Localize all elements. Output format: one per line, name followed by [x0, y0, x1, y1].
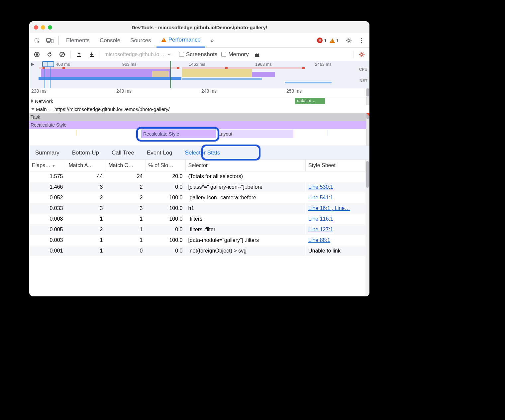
memory-toggle[interactable]: Memory [221, 51, 249, 58]
long-task-icon [366, 113, 369, 116]
tab-sources[interactable]: Sources [126, 33, 155, 48]
stylesheet-link[interactable]: Line 127:1 [308, 227, 333, 232]
svg-point-7 [361, 42, 362, 43]
capture-settings-icon[interactable] [357, 50, 366, 59]
stylesheet-link[interactable]: Line 88:1 [308, 237, 330, 243]
tab-call-tree[interactable]: Call Tree [109, 148, 137, 158]
tab-summary[interactable]: Summary [33, 148, 62, 158]
detail-row[interactable]: Recalculate Style Layout [29, 129, 369, 139]
collect-garbage-icon[interactable] [253, 50, 261, 59]
svg-point-5 [361, 38, 362, 39]
devtools-window: DevTools - microsoftedge.github.io/Demos… [29, 21, 369, 296]
range-handle-right[interactable] [50, 61, 50, 88]
col-pct[interactable]: % of Slo… [146, 160, 185, 171]
chevron-down-icon [31, 108, 35, 110]
col-selector[interactable]: Selector [185, 160, 306, 171]
stylesheet-link[interactable]: Line 116:1 [308, 216, 333, 222]
flame-chart[interactable]: 238 ms 243 ms 248 ms 253 ms Network data… [29, 88, 369, 146]
svg-point-4 [348, 40, 350, 42]
range-handle-left[interactable] [45, 61, 45, 88]
recalc-style-block[interactable]: Recalculate Style [142, 130, 216, 138]
table-row[interactable]: 0.005210.0.filters .filterLine 127:1 [29, 224, 365, 235]
svg-line-11 [60, 53, 64, 56]
details-tabs: Summary Bottom-Up Call Tree Event Log Se… [29, 146, 369, 160]
tab-console[interactable]: Console [95, 33, 125, 48]
tab-more[interactable]: » [206, 33, 218, 48]
window-title: DevTools - microsoftedge.github.io/Demos… [29, 25, 369, 30]
table-header-row: Elaps…▼ Match A… Match C… % of Slo… Sele… [29, 160, 365, 171]
network-chip[interactable]: data:im… [295, 98, 325, 104]
zoom-icon[interactable] [48, 25, 52, 30]
chevron-right-icon [31, 99, 34, 103]
time-ruler: 238 ms 243 ms 248 ms 253 ms [29, 88, 369, 97]
col-elapsed[interactable]: Elaps…▼ [29, 160, 66, 171]
svg-point-6 [361, 40, 362, 41]
warning-badge[interactable]: 1 [330, 33, 339, 48]
warning-icon [330, 38, 335, 43]
tab-bar: Elements Console Sources Performance » ✕… [29, 33, 369, 48]
svg-rect-1 [47, 39, 50, 42]
table-row[interactable]: 0.00811100.0.filtersLine 116:1 [29, 214, 365, 224]
download-icon[interactable] [87, 50, 96, 59]
close-icon[interactable] [34, 25, 38, 30]
record-icon[interactable] [33, 50, 41, 59]
chevron-down-icon [167, 53, 171, 55]
titlebar: DevTools - microsoftedge.github.io/Demos… [29, 21, 369, 33]
reload-icon[interactable] [45, 50, 54, 59]
stylesheet-link[interactable]: Line 16:1 , Line… [308, 205, 350, 211]
checkbox-icon [221, 52, 226, 57]
table-row[interactable]: 0.05222100.0.gallery-icon--camera::befor… [29, 192, 365, 203]
network-track[interactable]: Network data:im… [29, 97, 369, 105]
error-icon: ✕ [317, 38, 323, 43]
layout-block[interactable]: Layout [217, 130, 293, 138]
playhead[interactable] [170, 61, 171, 88]
stylesheet-link[interactable]: Line 541:1 [308, 195, 333, 200]
table-row[interactable]: 0.03333100.0h1Line 16:1 , Line… [29, 203, 365, 214]
scope-dropdown[interactable]: microsoftedge.github.io … [104, 52, 171, 57]
chevron-right-icon[interactable]: ▶ [31, 62, 34, 66]
stylesheet-link[interactable]: Line 530:1 [308, 184, 333, 190]
error-badge[interactable]: ✕ 1 [317, 33, 327, 48]
inspect-icon[interactable] [31, 33, 43, 48]
sort-desc-icon: ▼ [52, 164, 55, 168]
minimize-icon[interactable] [41, 25, 45, 30]
clear-icon[interactable] [58, 50, 66, 59]
task-row[interactable]: Task [29, 113, 369, 121]
col-stylesheet[interactable]: Style Sheet [306, 160, 365, 171]
main-track-header[interactable]: Main — https://microsoftedge.github.io/D… [29, 105, 369, 113]
svg-point-12 [361, 53, 363, 55]
col-match-count[interactable]: Match C… [106, 160, 146, 171]
kebab-icon[interactable] [355, 33, 367, 48]
col-match-attempts[interactable]: Match A… [66, 160, 106, 171]
tab-elements[interactable]: Elements [61, 33, 94, 48]
settings-icon[interactable] [343, 33, 355, 48]
table-row[interactable]: 0.00311100.0[data-module="gallery"] .fil… [29, 235, 365, 246]
svg-point-9 [36, 53, 38, 55]
selector-stats-table: Elaps…▼ Match A… Match C… % of Slo… Sele… [29, 160, 369, 296]
screenshots-toggle[interactable]: Screenshots [179, 51, 218, 58]
device-icon[interactable] [44, 33, 56, 48]
table-row[interactable]: 1.466320.0[class*=" gallery-icon--"]::be… [29, 182, 365, 192]
perf-toolbar: microsoftedge.github.io … Screenshots Me… [29, 48, 369, 61]
svg-rect-2 [47, 42, 50, 43]
traffic-lights [29, 25, 52, 30]
upload-icon[interactable] [75, 50, 83, 59]
svg-rect-3 [51, 39, 53, 43]
scrollbar-vertical[interactable] [365, 160, 369, 296]
table-row[interactable]: 1.575442420.0(Totals for all selectors) [29, 171, 365, 182]
tab-selector-stats[interactable]: Selector Stats [182, 148, 223, 158]
tab-event-log[interactable]: Event Log [144, 148, 175, 158]
table-row[interactable]: 0.001100.0:not(foreignObject) > svgUnabl… [29, 246, 365, 256]
tab-performance[interactable]: Performance [156, 33, 205, 48]
recalc-row[interactable]: Recalculate Style [29, 121, 369, 129]
tab-bottom-up[interactable]: Bottom-Up [69, 148, 102, 158]
checkbox-icon [179, 52, 184, 57]
warning-icon [161, 38, 166, 42]
timeline-overview[interactable]: ▶ 463 ms 963 ms 1463 ms 1963 ms 2463 ms … [29, 61, 369, 88]
